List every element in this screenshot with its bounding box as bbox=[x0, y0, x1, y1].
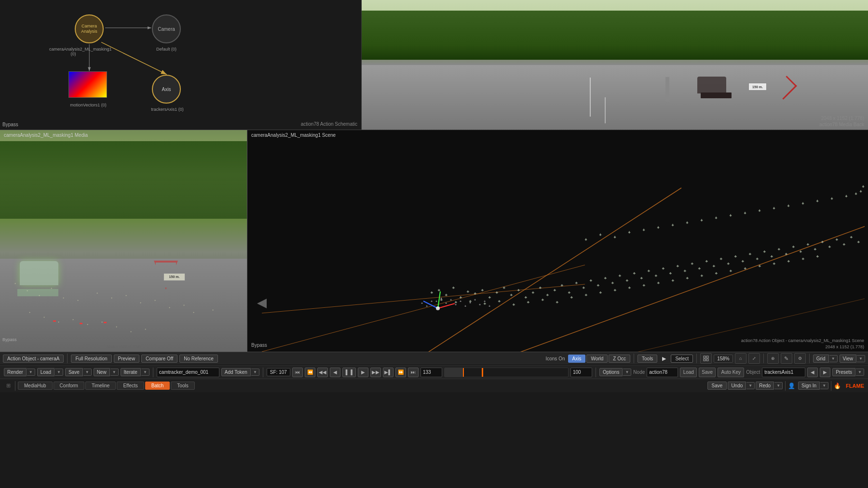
node-value-input[interactable] bbox=[647, 368, 678, 377]
svg-text:+: + bbox=[857, 240, 860, 244]
save-btn[interactable]: Save bbox=[65, 368, 83, 376]
save-arrow[interactable]: ▼ bbox=[83, 369, 92, 376]
transport-to-start[interactable]: ⏮ bbox=[292, 368, 303, 377]
object-prev-btn[interactable]: ◀ bbox=[807, 368, 818, 377]
transport-prev-key[interactable]: ⏪ bbox=[305, 368, 315, 377]
bottom-viewports: 150 m. +++ +++ +++ +++ +++ +++ +++ +++ bbox=[0, 130, 868, 352]
presets-arrow[interactable]: ▼ bbox=[856, 369, 864, 376]
flame-label: FLAME bbox=[846, 383, 864, 389]
project-name-input[interactable] bbox=[157, 368, 219, 377]
redo-btn[interactable]: Redo bbox=[756, 382, 774, 390]
transport-prev-frame[interactable]: ◀ bbox=[330, 368, 340, 377]
render-btn[interactable]: Render bbox=[4, 368, 27, 376]
node-save-btn[interactable]: Save bbox=[699, 368, 716, 377]
transport-next-frame[interactable]: ▶▶ bbox=[370, 368, 381, 377]
redo-arrow[interactable]: ▼ bbox=[774, 382, 783, 389]
node-load-btn[interactable]: Load bbox=[680, 368, 697, 377]
transport-to-end[interactable]: ⏭ bbox=[408, 368, 419, 377]
tab-conform[interactable]: Conform bbox=[54, 382, 84, 390]
sign-in-arrow[interactable]: ▼ bbox=[820, 382, 828, 389]
svg-text:+: + bbox=[481, 288, 484, 292]
z-occ-toggle-btn[interactable]: Z Occ bbox=[609, 355, 630, 363]
transport-step-fwd[interactable]: ▶▌ bbox=[383, 368, 393, 377]
svg-text:+: + bbox=[527, 300, 529, 304]
tab-timeline[interactable]: Timeline bbox=[85, 382, 116, 390]
transport-pause[interactable]: ▌▐ bbox=[342, 368, 356, 377]
new-arrow[interactable]: ▼ bbox=[110, 369, 119, 376]
grid-label[interactable]: Grid bbox=[813, 355, 829, 363]
svg-text:+: + bbox=[193, 311, 195, 314]
preview-btn[interactable]: Preview bbox=[114, 355, 140, 363]
svg-text:+: + bbox=[845, 195, 847, 198]
svg-text:+: + bbox=[539, 286, 542, 290]
full-resolution-btn[interactable]: Full Resolution bbox=[71, 355, 111, 363]
tab-batch[interactable]: Batch bbox=[145, 382, 170, 390]
add-marker-btn[interactable]: ⊕ bbox=[767, 353, 779, 364]
options-arrow[interactable]: ▼ bbox=[623, 369, 631, 376]
svg-text:+: + bbox=[633, 271, 636, 276]
frame-number-input[interactable] bbox=[420, 368, 442, 377]
transport-play[interactable]: ▶ bbox=[358, 368, 368, 377]
select-btn[interactable]: Select bbox=[671, 355, 693, 363]
tab-effects[interactable]: Effects bbox=[117, 382, 144, 390]
svg-text:+: + bbox=[792, 245, 795, 249]
svg-text:+: + bbox=[111, 296, 113, 299]
svg-text:+: + bbox=[445, 302, 447, 305]
cursor-icon[interactable]: ▶ bbox=[659, 354, 669, 363]
object-next-btn[interactable]: ▶ bbox=[820, 368, 830, 377]
svg-text:+: + bbox=[855, 192, 857, 196]
view-arrow[interactable]: ▼ bbox=[857, 355, 865, 362]
fit-icon-btn[interactable]: ⤢ bbox=[748, 353, 760, 364]
tab-tools[interactable]: Tools bbox=[171, 382, 194, 390]
auto-key-btn[interactable]: Auto Key bbox=[718, 368, 744, 377]
compare-off-btn[interactable]: Compare Off bbox=[141, 355, 177, 363]
home-icon-btn[interactable]: ⌂ bbox=[735, 353, 746, 364]
schematic-panel: CameraAnalysis cameraAnalysis2_ML_maskin… bbox=[0, 0, 362, 130]
load-btn[interactable]: Load bbox=[37, 368, 54, 376]
axis-toggle-btn[interactable]: Axis bbox=[568, 355, 586, 363]
iterate-btn[interactable]: Iterate bbox=[121, 368, 141, 376]
tools-btn[interactable]: Tools bbox=[637, 355, 657, 363]
edit-pen-btn[interactable]: ✎ bbox=[781, 353, 792, 364]
camera-node[interactable]: Camera bbox=[152, 14, 181, 43]
object-value-input[interactable] bbox=[762, 368, 805, 377]
frame-end-input[interactable] bbox=[570, 368, 592, 377]
media-panel-bypass[interactable]: Bypass bbox=[2, 337, 17, 342]
new-btn[interactable]: New bbox=[94, 368, 110, 376]
world-toggle-btn[interactable]: World bbox=[586, 355, 608, 363]
undo-arrow[interactable]: ▼ bbox=[746, 382, 755, 389]
svg-text:+: + bbox=[460, 295, 462, 300]
sf-display: SF: 107 bbox=[267, 368, 290, 376]
timeline-scrubber[interactable] bbox=[444, 368, 569, 377]
add-token-btn[interactable]: Add Token bbox=[221, 368, 251, 376]
svg-text:+: + bbox=[496, 290, 498, 295]
options-btn[interactable]: Options bbox=[599, 368, 623, 376]
settings-icon-btn[interactable]: ⚙ bbox=[794, 353, 806, 364]
transport-next-key[interactable]: ⏩ bbox=[395, 368, 406, 377]
left-icon-btn[interactable]: ⊞ bbox=[4, 382, 13, 390]
no-reference-btn[interactable]: No Reference bbox=[179, 355, 218, 363]
tab-mediahub[interactable]: MediaHub bbox=[18, 382, 53, 390]
grid-icon-btn[interactable] bbox=[700, 353, 712, 364]
axis-node[interactable]: Axis bbox=[152, 75, 181, 104]
view-label[interactable]: View bbox=[840, 355, 857, 363]
undo-btn[interactable]: Undo bbox=[728, 382, 746, 390]
presets-btn[interactable]: Presets bbox=[832, 368, 855, 376]
scene-bypass-btn[interactable]: Bypass bbox=[251, 343, 267, 348]
camera-analysis-node[interactable]: CameraAnalysis bbox=[75, 14, 104, 43]
svg-text:+: + bbox=[657, 226, 659, 229]
load-arrow[interactable]: ▼ bbox=[55, 369, 63, 376]
save-bottom-btn[interactable]: Save bbox=[707, 382, 727, 390]
svg-text:+: + bbox=[421, 302, 423, 305]
svg-line-155 bbox=[438, 303, 455, 308]
transport-step-back[interactable]: ◀◀ bbox=[317, 368, 328, 377]
grid-arrow[interactable]: ▼ bbox=[829, 355, 838, 362]
add-token-arrow[interactable]: ▼ bbox=[251, 369, 259, 376]
svg-text:+: + bbox=[816, 199, 818, 203]
svg-text:+: + bbox=[771, 254, 773, 259]
sign-in-btn[interactable]: Sign In bbox=[798, 382, 820, 390]
svg-text:+: + bbox=[800, 250, 802, 254]
svg-text:+: + bbox=[730, 269, 732, 273]
iterate-arrow[interactable]: ▼ bbox=[141, 369, 149, 376]
render-arrow[interactable]: ▼ bbox=[27, 369, 35, 376]
